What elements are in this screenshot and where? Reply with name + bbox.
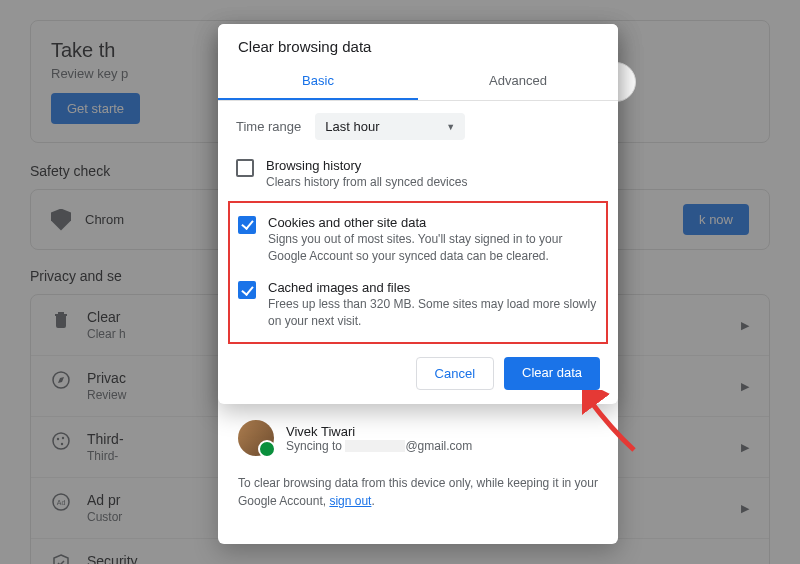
time-range-label: Time range <box>236 119 301 134</box>
checkbox-cache[interactable] <box>238 281 256 299</box>
cancel-button[interactable]: Cancel <box>416 357 494 390</box>
tab-advanced[interactable]: Advanced <box>418 63 618 100</box>
sync-status: Syncing to @gmail.com <box>286 439 472 453</box>
device-note: To clear browsing data from this device … <box>238 476 598 508</box>
time-range-value: Last hour <box>325 119 379 134</box>
avatar <box>238 420 274 456</box>
option-cookies[interactable]: Cookies and other site data Signs you ou… <box>238 207 598 273</box>
dialog-body[interactable]: Time range Last hour ▼ Browsing history … <box>218 101 618 347</box>
account-section: Vivek Tiwari Syncing to @gmail.com To cl… <box>218 414 618 510</box>
sign-out-link[interactable]: sign out <box>329 494 371 508</box>
option-browsing-history[interactable]: Browsing history Clears history from all… <box>236 150 600 199</box>
checkbox-cookies[interactable] <box>238 216 256 234</box>
checkbox-history[interactable] <box>236 159 254 177</box>
clear-data-button[interactable]: Clear data <box>504 357 600 390</box>
user-name: Vivek Tiwari <box>286 424 472 439</box>
clear-browsing-dialog: Clear browsing data Basic Advanced Time … <box>218 24 618 404</box>
dialog-title: Clear browsing data <box>218 24 618 63</box>
tab-basic[interactable]: Basic <box>218 63 418 100</box>
dialog-tabs: Basic Advanced <box>218 63 618 101</box>
time-range-select[interactable]: Last hour ▼ <box>315 113 465 140</box>
redacted-email <box>345 440 405 452</box>
dropdown-icon: ▼ <box>446 122 455 132</box>
annotation-arrow <box>582 390 652 460</box>
option-cache[interactable]: Cached images and files Frees up less th… <box>238 272 598 338</box>
dialog-footer: Cancel Clear data <box>218 347 618 404</box>
highlighted-options: Cookies and other site data Signs you ou… <box>228 201 608 344</box>
